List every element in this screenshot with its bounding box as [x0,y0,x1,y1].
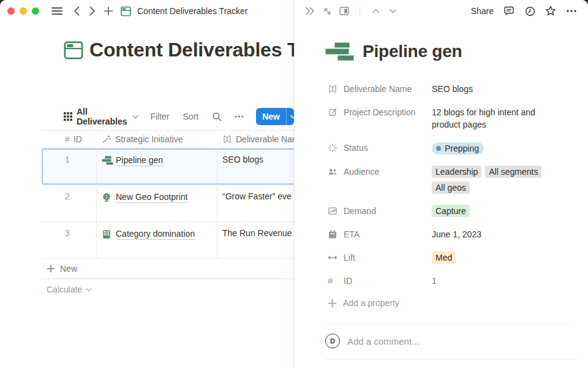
comment-composer[interactable]: D Add a comment... [325,334,588,348]
column-label: ID [74,134,82,144]
search-icon[interactable] [212,112,222,122]
property-label[interactable]: Status [328,142,432,155]
cell-deliverable-name[interactable]: SEO blogs [217,148,294,185]
new-record-label: New [256,108,286,125]
table-row[interactable]: 2 New Geo Footprint “Grow Faster” eve [42,185,294,222]
more-options-icon[interactable] [235,115,244,118]
title-icon [222,134,232,144]
expand-page-icon[interactable] [320,4,334,18]
filter-button[interactable]: Filter [150,112,169,121]
pipeline-bars-icon [102,156,111,166]
property-row-demand: Demand Capture [328,199,588,223]
cell-deliverable-name[interactable]: The Run Revenue S [217,222,294,258]
cell-strategic-initiative[interactable]: New Geo Footprint [97,185,217,221]
nav-back-icon[interactable] [70,4,83,18]
property-label[interactable]: Deliverable Name [328,83,432,95]
record-title[interactable]: Pipeline gen [363,42,462,61]
close-peek-icon[interactable] [303,4,317,18]
property-value[interactable]: Leadership All segments All geos [432,166,565,194]
cell-id[interactable]: 3 [42,222,97,258]
side-peek-panel: Share Pipeline gen [294,0,588,368]
app-window: Content Deliverables Tracker Content Del… [0,0,588,368]
audience-tag[interactable]: All segments [485,166,541,178]
favorite-star-icon[interactable] [544,4,557,18]
relation-link[interactable]: Category domination [116,229,195,240]
new-record-button[interactable]: New [256,108,294,125]
calculate-button[interactable]: Calculate [42,279,294,300]
relation-link[interactable]: New Geo Footprint [116,192,188,203]
cell-strategic-initiative[interactable]: Pipeline gen [97,148,217,185]
property-label[interactable]: ETA [328,228,432,240]
status-tag[interactable]: Prepping [432,142,484,155]
property-label[interactable]: Demand [328,205,432,217]
close-window-button[interactable] [7,7,15,15]
pipeline-bars-icon [325,42,354,61]
table-row[interactable]: 1 Pipeline gen SEO blogs [42,148,294,185]
people-icon [328,167,337,177]
property-label[interactable]: Audience [328,166,432,194]
updates-clock-icon[interactable] [523,4,537,18]
property-label[interactable]: # ID [328,275,432,287]
page-table-icon[interactable] [64,40,83,60]
column-header-id[interactable]: # ID [42,131,97,148]
audience-tag[interactable]: All geos [432,182,470,194]
lift-tag[interactable]: Med [432,251,456,264]
minimize-window-button[interactable] [20,7,27,15]
divider [325,323,571,324]
column-header-deliverable-name[interactable]: Deliverable Name [217,131,294,148]
new-tab-icon[interactable] [102,4,115,18]
window-controls [7,7,39,15]
previous-record-icon[interactable] [369,4,382,18]
share-button[interactable]: Share [471,6,494,16]
page-title[interactable]: Content Deliverables Tracker [89,39,294,61]
property-label[interactable]: Project Description [328,106,432,131]
property-value[interactable]: Med [432,251,565,264]
audience-tag[interactable]: Leadership [432,166,481,178]
property-value[interactable]: 12 blogs for high intent and product pag… [432,106,565,131]
comments-icon[interactable] [502,4,516,18]
calculate-label: Calculate [47,285,82,294]
window-title: Content Deliverables Tracker [137,6,248,16]
property-name: ETA [344,228,360,240]
property-value[interactable]: Prepping [432,142,565,155]
property-name: Deliverable Name [344,83,412,95]
hash-icon: # [65,134,70,144]
hamburger-menu-icon[interactable] [50,4,64,18]
nav-forward-icon[interactable] [86,4,99,18]
property-row-project-description: Project Description 12 blogs for high in… [328,101,588,136]
cell-strategic-initiative[interactable]: Category domination [97,222,217,258]
new-record-dropdown[interactable] [286,108,294,125]
property-row-id: # ID 1 [328,269,588,293]
plus-icon [328,299,337,308]
title-icon [328,84,337,94]
cell-id[interactable]: 2 [42,185,97,221]
demand-tag[interactable]: Capture [432,205,470,217]
view-switcher[interactable]: All Deliverables [64,107,138,126]
property-label[interactable]: Lift [328,251,432,264]
table-new-row-button[interactable]: New [42,259,294,279]
main-window: Content Deliverables Tracker Content Del… [0,0,294,368]
cell-id[interactable]: 1 [42,148,97,185]
database-table: # ID Strategic Initiative Deliverable Na… [42,130,294,300]
property-value[interactable]: SEO blogs [432,83,565,95]
peek-action-icons: Share [471,4,578,18]
record-header: Pipeline gen [325,42,588,61]
comment-input[interactable]: Add a comment... [347,336,420,347]
sort-button[interactable]: Sort [183,112,199,121]
zoom-window-button[interactable] [32,7,39,15]
add-property-button[interactable]: Add a property [328,293,588,313]
column-header-strategic-initiative[interactable]: Strategic Initiative [97,131,217,148]
relation-link[interactable]: Pipeline gen [116,155,163,166]
cell-deliverable-name[interactable]: “Grow Faster” eve [217,185,294,221]
more-options-icon[interactable] [565,4,578,18]
chevron-down-icon [132,115,138,119]
property-value[interactable]: Capture [432,205,565,217]
property-value[interactable]: June 1, 2023 [432,228,565,240]
trend-chart-icon [328,206,337,216]
peek-nav-icons [303,4,399,18]
next-record-icon[interactable] [386,4,399,18]
table-row[interactable]: 3 Category domination The Run Revenue S [42,222,294,259]
wand-icon [102,134,111,144]
property-value[interactable]: 1 [432,275,565,287]
side-peek-layout-icon[interactable] [337,4,351,18]
